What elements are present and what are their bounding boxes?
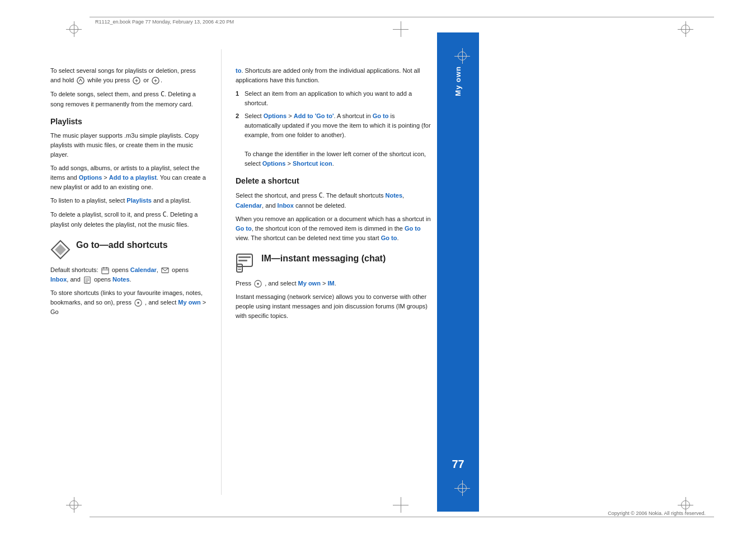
goto-title-text: Go to—add shortcuts: [76, 238, 168, 252]
step-2: 2 Select Options > Add to 'Go to'. A sho…: [236, 111, 431, 168]
main-content: R1112_en.book Page 77 Monday, February 1…: [45, 0, 756, 534]
im-p2: Instant messaging (network service) allo…: [236, 292, 431, 321]
im-title-wrapper: IM—instant messaging (chat): [261, 252, 386, 265]
im-icon: [236, 253, 256, 273]
calendar-link-2: Calendar: [236, 202, 262, 209]
step-1: 1 Select an item from an application to …: [236, 89, 431, 108]
left-column: To select several songs for playlists or…: [45, 32, 218, 512]
crosshair-sidebar-tr: [454, 48, 470, 64]
im-link: IM: [327, 280, 334, 287]
notes-link-2: Notes: [386, 192, 403, 199]
svg-marker-4: [55, 244, 66, 255]
step-2-text: Select Options > Add to 'Go to'. A short…: [245, 111, 431, 168]
sidebar-label: My own: [454, 66, 462, 96]
delete-shortcut-title: Delete a shortcut: [236, 175, 431, 187]
column-divider: [221, 49, 222, 495]
delete-p2: When you remove an application or a docu…: [236, 214, 431, 243]
playlists-link: Playlists: [126, 197, 152, 204]
goto-link-3: Go to: [405, 225, 421, 232]
goto-section-title: Go to—add shortcuts: [76, 240, 168, 250]
goto-to: to. Shortcuts are added only from the in…: [236, 66, 431, 85]
goto-store: To store shortcuts (links to your favour…: [50, 288, 207, 317]
myown-link-1: My own: [178, 299, 200, 306]
svg-rect-21: [238, 269, 241, 270]
goto-icon: [50, 240, 71, 260]
options-link-2: Options: [264, 113, 287, 119]
playlists-p2: To add songs, albums, or artists to a pl…: [50, 163, 207, 192]
page-number: 77: [452, 458, 464, 471]
svg-rect-5: [102, 268, 109, 274]
goto-link-4: Go to: [381, 235, 397, 241]
crosshair-tr: [678, 21, 693, 37]
shortcut-icon-link: Shortcut icon: [293, 160, 332, 167]
crosshair-sidebar-br: [454, 480, 470, 496]
playlists-title: Playlists: [50, 116, 207, 128]
im-section-title: IM—instant messaging (chat): [261, 254, 386, 263]
im-box: IM—instant messaging (chat): [236, 252, 431, 273]
options-link-1: Options: [79, 174, 102, 181]
intro-para: To select several songs for playlists or…: [50, 66, 207, 85]
to-link: to: [236, 67, 241, 74]
goto-defaults: Default shortcuts: opens Calendar, opens…: [50, 265, 207, 284]
inbox-link-1: Inbox: [50, 276, 67, 283]
svg-point-15: [137, 302, 139, 304]
svg-point-23: [257, 283, 259, 285]
im-p1: Press , and select My own > IM.: [236, 279, 431, 288]
footer-copyright: Copyright © 2006 Nokia. All rights reser…: [608, 510, 706, 516]
goto-link-1: Go to: [373, 113, 389, 119]
options-link-3: Options: [262, 160, 286, 167]
myown-link-2: My own: [298, 280, 321, 287]
step-1-text: Select an item from an application to wh…: [245, 89, 431, 108]
svg-rect-19: [237, 264, 242, 272]
step-2-num: 2: [236, 111, 245, 168]
left-margin: [0, 0, 45, 534]
notes-link-1: Notes: [112, 276, 130, 283]
playlists-p3: To listen to a playlist, select Playlist…: [50, 196, 207, 205]
add-to-playlist-link: Add to a playlist: [109, 174, 157, 181]
svg-rect-20: [238, 266, 241, 268]
add-to-goto-link: Add to 'Go to': [294, 113, 334, 119]
calendar-link: Calendar: [130, 266, 157, 273]
page-number-box: 77: [437, 450, 479, 478]
delete-para: To delete songs, select them, and press …: [50, 89, 207, 109]
goto-link-2: Go to: [236, 225, 252, 232]
svg-rect-17: [238, 256, 251, 258]
step-1-num: 1: [236, 89, 245, 108]
svg-point-0: [77, 77, 84, 84]
playlists-p1: The music player supports .m3u simple pl…: [50, 131, 207, 160]
goto-box: Go to—add shortcuts: [50, 238, 207, 260]
right-sidebar: My own 77: [437, 32, 479, 512]
inbox-link-2: Inbox: [278, 202, 294, 209]
delete-p1: Select the shortcut, and press C. The de…: [236, 190, 431, 210]
two-column-layout: To select several songs for playlists or…: [45, 0, 479, 534]
right-column: to. Shortcuts are added only from the in…: [224, 32, 437, 512]
svg-rect-18: [238, 260, 247, 261]
playlists-p4: To delete a playlist, scroll to it, and …: [50, 209, 207, 229]
